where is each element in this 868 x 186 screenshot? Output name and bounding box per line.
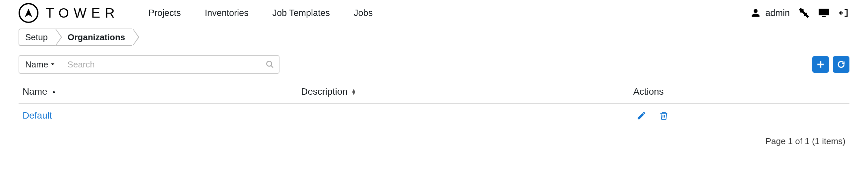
brand[interactable]: TOWER (19, 3, 119, 23)
toolbar-right (812, 56, 849, 73)
nav-links: Projects Inventories Job Templates Jobs (149, 8, 373, 18)
column-header-label: Name (23, 86, 48, 97)
column-header-label: Description (301, 86, 347, 97)
delete-icon[interactable] (659, 111, 669, 121)
refresh-button[interactable] (833, 56, 849, 73)
organizations-table: Name ▲ Description ▲▼ Actions Default (19, 86, 849, 128)
svg-rect-1 (822, 16, 826, 17)
search-input[interactable] (61, 55, 279, 74)
search-filter-label: Name (25, 59, 48, 70)
nav-link-job-templates[interactable]: Job Templates (272, 8, 330, 18)
row-actions (633, 111, 845, 121)
plus-icon (816, 60, 825, 69)
sort-icon: ▲▼ (351, 88, 356, 95)
user-icon (750, 7, 761, 19)
svg-line-3 (271, 65, 274, 68)
edit-icon[interactable] (637, 111, 647, 121)
breadcrumb-label: Setup (25, 32, 48, 43)
nav-link-jobs[interactable]: Jobs (354, 8, 373, 18)
search-filter-dropdown[interactable]: Name (19, 55, 61, 74)
column-header-name[interactable]: Name ▲ (23, 86, 301, 97)
svg-point-2 (267, 61, 272, 66)
breadcrumb: Setup Organizations (19, 29, 849, 46)
breadcrumb-setup[interactable]: Setup (19, 29, 55, 46)
search-group: Name (19, 55, 279, 74)
brand-logo-icon (19, 3, 38, 23)
nav-right: admin (750, 7, 849, 19)
org-name-link[interactable]: Default (23, 110, 301, 121)
table-header: Name ▲ Description ▲▼ Actions (19, 86, 849, 104)
navbar: TOWER Projects Inventories Job Templates… (0, 0, 868, 29)
caret-down-icon (51, 63, 55, 66)
column-header-label: Actions (633, 86, 664, 97)
breadcrumb-label: Organizations (68, 32, 125, 43)
toolbar: Name (19, 55, 849, 74)
logout-icon[interactable] (838, 7, 849, 19)
refresh-icon (837, 60, 845, 69)
breadcrumb-organizations[interactable]: Organizations (55, 29, 132, 46)
pagination-text: Page 1 of 1 (1 items) (19, 128, 849, 147)
column-header-description[interactable]: Description ▲▼ (301, 86, 633, 97)
monitor-icon[interactable] (818, 7, 830, 19)
brand-text: TOWER (46, 5, 119, 21)
column-header-actions: Actions (633, 86, 845, 97)
settings-icon[interactable] (798, 7, 810, 19)
nav-user-link[interactable]: admin (750, 7, 790, 19)
nav-user-name: admin (765, 8, 790, 18)
nav-link-inventories[interactable]: Inventories (205, 8, 248, 18)
table-row: Default (19, 104, 849, 128)
search-box (61, 55, 279, 74)
sort-asc-icon: ▲ (52, 89, 57, 95)
search-icon[interactable] (266, 60, 274, 69)
svg-rect-0 (818, 9, 829, 15)
add-button[interactable] (812, 56, 829, 73)
nav-link-projects[interactable]: Projects (149, 8, 181, 18)
